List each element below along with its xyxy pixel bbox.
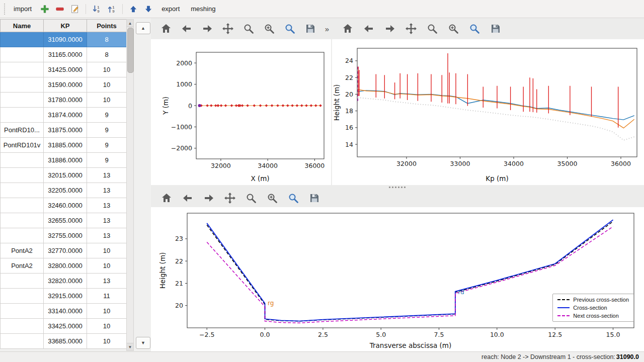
cell-kp[interactable]: 31885.0000 (44, 138, 87, 153)
cell-points[interactable]: 9 (87, 138, 127, 153)
cell-name[interactable] (1, 108, 44, 123)
cell-name[interactable] (1, 213, 44, 228)
cell-points[interactable]: 11 (87, 289, 127, 304)
cell-name[interactable]: PontA2 (1, 258, 44, 274)
zoom-icon[interactable] (426, 22, 439, 35)
table-row[interactable]: 31090.00008 (1, 32, 127, 47)
table-row[interactable]: 32655.000013 (1, 213, 127, 228)
panel-scroll-up-button[interactable]: ▲ (136, 22, 150, 34)
zoom-rect-icon[interactable] (284, 22, 296, 35)
cell-kp[interactable]: 32820.0000 (44, 274, 87, 289)
edit-icon[interactable] (69, 3, 81, 15)
cell-kp[interactable]: 31780.0000 (44, 93, 87, 108)
cell-points[interactable]: 10 (87, 243, 127, 258)
back-icon[interactable] (181, 22, 193, 35)
save-icon[interactable] (489, 22, 502, 35)
cell-points[interactable]: 13 (87, 213, 127, 228)
splitter-handle[interactable] (151, 185, 644, 189)
table-row[interactable]: PontRD10...31875.00009 (1, 123, 127, 138)
cell-points[interactable]: 8 (87, 47, 127, 62)
cell-name[interactable] (1, 304, 44, 319)
zoom-in-icon[interactable] (263, 22, 276, 35)
cell-kp[interactable]: 32015.0000 (44, 168, 87, 183)
cell-name[interactable] (1, 168, 44, 183)
table-row[interactable]: 31590.000010 (1, 77, 127, 93)
cell-points[interactable]: 9 (87, 153, 127, 168)
table-row[interactable]: PontA232770.000010 (1, 243, 127, 258)
pan-icon[interactable] (222, 22, 234, 35)
back-icon[interactable] (362, 22, 375, 35)
table-row[interactable]: 31425.000010 (1, 62, 127, 77)
cell-kp[interactable]: 32770.0000 (44, 243, 87, 258)
cell-points[interactable]: 9 (87, 123, 127, 138)
cell-kp[interactable]: 31886.0000 (44, 153, 87, 168)
save-icon[interactable] (304, 22, 317, 35)
scrollbar-thumb[interactable] (127, 28, 134, 73)
table-scrollbar[interactable]: ▲ ▼ (126, 19, 134, 351)
cell-points[interactable]: 10 (87, 258, 127, 274)
sort-ascending-icon[interactable]: 19 (106, 3, 118, 15)
column-header-name[interactable]: Name (1, 20, 44, 32)
cell-name[interactable] (1, 153, 44, 168)
zoom-icon[interactable] (243, 22, 255, 35)
cell-name[interactable] (1, 289, 44, 304)
cell-kp[interactable]: 32915.0000 (44, 289, 87, 304)
move-up-icon[interactable] (127, 3, 139, 15)
cell-kp[interactable]: 31425.0000 (44, 62, 87, 77)
cell-kp[interactable]: 31875.0000 (44, 123, 87, 138)
cell-points[interactable]: 10 (87, 334, 127, 349)
cell-points[interactable]: 13 (87, 183, 127, 198)
cross-section-chart[interactable]: −2.50.02.55.07.510.012.515.020212223rgrd… (151, 207, 644, 352)
cell-kp[interactable]: 32655.0000 (44, 213, 87, 228)
cell-name[interactable]: PontRD10... (1, 123, 44, 138)
back-icon[interactable] (181, 192, 194, 205)
cell-points[interactable]: 13 (87, 198, 127, 213)
cell-points[interactable]: 10 (87, 93, 127, 108)
cell-points[interactable]: 10 (87, 77, 127, 93)
cell-kp[interactable]: 31090.0000 (44, 32, 87, 47)
cell-kp[interactable]: 32755.0000 (44, 228, 87, 243)
profile-chart[interactable]: 3200033000340003500036000141618202224Kp … (332, 39, 644, 185)
cell-points[interactable]: 13 (87, 228, 127, 243)
cell-name[interactable] (1, 62, 44, 77)
home-icon[interactable] (160, 192, 173, 205)
pan-icon[interactable] (223, 192, 236, 205)
column-header-kp[interactable]: KP (44, 20, 87, 32)
cell-kp[interactable]: 31874.0000 (44, 108, 87, 123)
table-row[interactable]: 31874.00009 (1, 108, 127, 123)
cell-points[interactable]: 10 (87, 62, 127, 77)
table-row[interactable]: 32460.000013 (1, 198, 127, 213)
cell-points[interactable]: 10 (87, 319, 127, 334)
cell-points[interactable]: 13 (87, 274, 127, 289)
cell-kp[interactable]: 31590.0000 (44, 77, 87, 93)
cell-name[interactable] (1, 319, 44, 334)
forward-icon[interactable] (202, 192, 215, 205)
table-row[interactable]: 31780.000010 (1, 93, 127, 108)
cell-kp[interactable]: 32800.0000 (44, 258, 87, 274)
cell-kp[interactable]: 31165.0000 (44, 47, 87, 62)
cell-kp[interactable]: 33425.0000 (44, 319, 87, 334)
toolbar-handle[interactable] (3, 4, 6, 15)
table-row[interactable]: 33685.000010 (1, 334, 127, 349)
zoom-rect-icon[interactable] (468, 22, 481, 35)
forward-icon[interactable] (201, 22, 214, 35)
column-header-points[interactable]: Points (87, 20, 127, 32)
export-button[interactable]: export (157, 3, 184, 15)
table-row[interactable]: 32915.000011 (1, 289, 127, 304)
plan-view-chart[interactable]: 320003400036000−2000−1000010002000X (m)Y… (151, 39, 331, 185)
cell-points[interactable]: 10 (87, 304, 127, 319)
cell-name[interactable] (1, 334, 44, 349)
cell-name[interactable] (1, 47, 44, 62)
table-row[interactable]: 31886.00009 (1, 153, 127, 168)
table-row[interactable]: 32755.000013 (1, 228, 127, 243)
cell-name[interactable]: PontA2 (1, 243, 44, 258)
table-row[interactable]: PontRD101v31885.00009 (1, 138, 127, 153)
table-row[interactable]: 31165.00008 (1, 47, 127, 62)
cell-kp[interactable]: 33685.0000 (44, 334, 87, 349)
import-button[interactable]: import (10, 3, 36, 15)
save-icon[interactable] (308, 192, 321, 205)
toolbar-overflow-icon[interactable]: » (325, 25, 329, 33)
cell-kp[interactable]: 32205.0000 (44, 183, 87, 198)
cell-name[interactable] (1, 32, 44, 47)
zoom-in-icon[interactable] (266, 192, 279, 205)
